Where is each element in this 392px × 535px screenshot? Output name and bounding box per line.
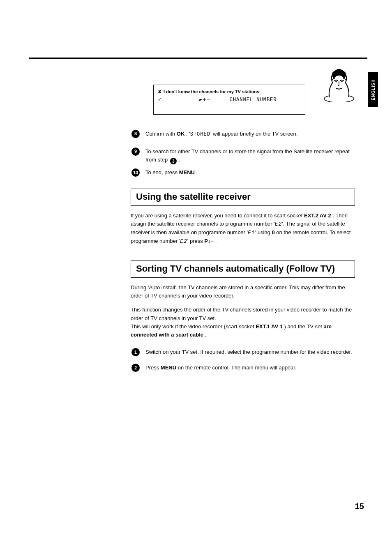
para-text: This function changes the order of the T… xyxy=(131,307,352,321)
step-number-badge: 8 xyxy=(131,130,140,138)
para-text: ) and the TV set xyxy=(284,323,324,330)
step-text: . xyxy=(196,169,198,175)
step-10: 10 To end, press MENU . xyxy=(131,168,355,177)
inline-step-ref: 3 xyxy=(170,158,177,164)
section-title: Using the satellite receiver xyxy=(136,191,350,202)
step-text: on the remote control. The main menu wil… xyxy=(178,364,297,371)
e2b-seg: E2 xyxy=(180,238,187,244)
para-text: ' press xyxy=(187,238,205,244)
ext2-label: EXT.2 AV 2 xyxy=(304,212,331,219)
info-box-title: I don't know the channels for my TV stat… xyxy=(164,89,259,94)
step-text: To end, press xyxy=(145,169,179,175)
section-heading-box: Sorting TV channels automatically (Follo… xyxy=(131,261,355,278)
para-text: This will only work if the video recorde… xyxy=(131,323,256,330)
step-number-badge: 9 xyxy=(131,148,140,156)
svg-point-1 xyxy=(335,81,337,82)
step-8: 8 Confirm with OK . 'STORED' will appear… xyxy=(131,130,355,138)
section2-intro: During 'Auto install', the TV channels a… xyxy=(131,284,355,300)
steps-group-b: 1 Switch on your TV set. If required, se… xyxy=(131,348,355,372)
step-number-badge: 1 xyxy=(131,348,140,356)
step-9: 9 To search for other TV channels or to … xyxy=(131,148,355,165)
step-text: ' will appear briefly on the TV screen. xyxy=(210,131,298,137)
para-text: ' using xyxy=(255,229,272,235)
step-text: . xyxy=(179,157,180,163)
p-down-key: P↓− xyxy=(204,238,214,244)
section-title: Sorting TV channels automatically (Follo… xyxy=(136,263,350,274)
steps-group-a: 8 Confirm with OK . 'STORED' will appear… xyxy=(131,130,355,177)
step-text: Confirm with xyxy=(145,131,177,137)
page-number: 15 xyxy=(355,502,364,511)
menu-label: MENU xyxy=(179,169,195,175)
step-text: . ' xyxy=(186,131,190,137)
manual-page: ENGLISH ✘ I don't know the channels for … xyxy=(0,0,392,535)
ext1-label: EXT.1 AV 1 xyxy=(256,323,283,330)
svg-point-2 xyxy=(341,81,342,82)
para-text: If you are using a satellite receiver, y… xyxy=(131,212,304,219)
para-text: . xyxy=(214,238,217,244)
e2-seg: E2 xyxy=(275,221,282,227)
content-column: ✘ I don't know the channels for my TV st… xyxy=(131,69,355,372)
info-box: ✘ I don't know the channels for my TV st… xyxy=(153,85,305,115)
section-heading-box: Using the satellite receiver xyxy=(131,189,355,206)
top-rule xyxy=(29,58,367,59)
check-icon: ✓ xyxy=(158,97,161,102)
ok-label: OK xyxy=(177,131,185,137)
stored-label: STORED xyxy=(190,131,210,137)
para-text: . xyxy=(205,332,207,338)
language-tab: ENGLISH xyxy=(368,72,378,107)
step-text: Press xyxy=(145,364,161,371)
section1-para: If you are using a satellite receiver, y… xyxy=(131,212,355,246)
section2-para2: This function changes the order of the T… xyxy=(131,306,355,339)
info-row: ✘ I don't know the channels for my TV st… xyxy=(131,69,355,122)
e1-seg: E1 xyxy=(248,230,255,236)
cross-icon: ✘ xyxy=(158,89,161,94)
arrow-plus-right-icon: +→ xyxy=(199,96,210,103)
step-number-badge: 10 xyxy=(131,168,140,177)
channel-number-label: CHANNEL NUMBER xyxy=(230,97,277,103)
step-number-badge: 2 xyxy=(131,364,140,372)
menu-label: MENU xyxy=(161,364,176,371)
step-b2: 2 Press MENU on the remote control. The … xyxy=(131,364,355,372)
step-b1: 1 Switch on your TV set. If required, se… xyxy=(131,348,355,356)
person-illustration xyxy=(322,67,356,102)
step-text: Switch on your TV set. If required, sele… xyxy=(145,349,352,355)
zero-key: 0 xyxy=(272,229,274,235)
